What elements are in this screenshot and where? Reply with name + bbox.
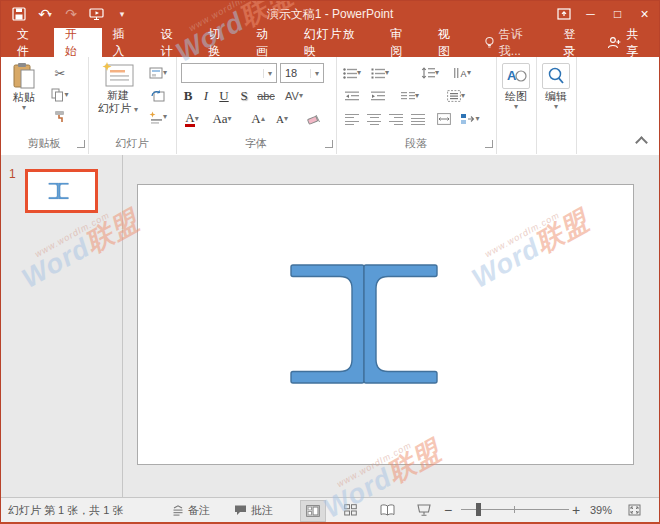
ribbon-display-options-icon [557, 8, 571, 20]
strikethrough-icon: abc [257, 90, 275, 102]
slide-thumbnail-panel[interactable]: 1 [0, 155, 123, 497]
tab-insert[interactable]: 插入 [102, 28, 150, 57]
drawing-icon: A [502, 63, 530, 89]
clear-formatting-button[interactable] [302, 109, 326, 129]
collapse-ribbon-button[interactable] [635, 136, 648, 149]
underline-button[interactable]: U [216, 86, 232, 106]
font-name-combobox[interactable]: ▾ [181, 63, 277, 83]
font-dialog-launcher[interactable] [325, 140, 333, 148]
shrink-font-button[interactable]: A ▾ [272, 109, 292, 129]
tab-design[interactable]: 设计 [149, 28, 197, 57]
align-right-button[interactable] [384, 109, 408, 129]
slide-canvas[interactable] [123, 155, 660, 497]
slide-thumbnail[interactable] [25, 169, 98, 213]
ibeam-left-half[interactable] [291, 265, 364, 383]
tab-animations[interactable]: 动画 [245, 28, 293, 57]
tab-review[interactable]: 审阅 [379, 28, 427, 57]
redo-icon: ↷ [65, 7, 77, 21]
lightbulb-icon [484, 36, 495, 49]
share-person-icon [607, 36, 621, 49]
align-right-icon [389, 114, 403, 125]
normal-view-button[interactable] [300, 500, 326, 522]
clipboard-dialog-launcher[interactable] [77, 140, 85, 148]
ribbon-display-options-button[interactable] [550, 0, 577, 28]
redo-button[interactable]: ↷ [60, 3, 82, 25]
decrease-indent-icon [345, 91, 359, 102]
undo-dropdown-icon: ▾ [48, 10, 52, 19]
columns-icon [401, 91, 415, 102]
zoom-slider-center-tick [514, 506, 515, 513]
tab-file[interactable]: 文件 [6, 28, 54, 57]
tab-slideshow[interactable]: 幻灯片放映 [293, 28, 380, 57]
section-icon [149, 111, 163, 124]
zoom-slider-thumb[interactable] [476, 503, 481, 516]
strikethrough-button[interactable]: abc [254, 86, 278, 106]
columns-dropdown-icon: ▾ [415, 92, 419, 100]
zoom-in-button[interactable]: + [572, 498, 580, 522]
text-direction-icon: A [453, 67, 467, 79]
close-button[interactable]: × [631, 0, 658, 28]
align-text-button[interactable]: ▾ [444, 86, 468, 106]
share-label: 共享 [626, 26, 650, 60]
tab-view[interactable]: 视图 [427, 28, 475, 57]
columns-button[interactable]: ▾ [398, 86, 422, 106]
fit-to-window-button[interactable] [622, 500, 646, 520]
distribute-columns-button[interactable] [432, 109, 456, 129]
bold-button[interactable]: B [180, 86, 196, 106]
section-button[interactable]: ▾ [146, 107, 170, 127]
zoom-out-button[interactable]: − [444, 498, 452, 522]
sign-in-button[interactable]: 登录 [553, 28, 597, 57]
paragraph-dialog-launcher[interactable] [485, 140, 493, 148]
convert-smartart-button[interactable]: ▾ [458, 109, 482, 129]
notes-button[interactable]: 备注 [172, 498, 210, 522]
align-center-button[interactable] [362, 109, 386, 129]
justify-button[interactable] [406, 109, 430, 129]
editing-button[interactable]: 编辑 ▾ [539, 63, 573, 111]
text-direction-button[interactable]: A ▾ [450, 63, 474, 83]
line-spacing-button[interactable]: ▾ [418, 63, 442, 83]
font-group-label: 字体 [176, 136, 336, 151]
font-color-button[interactable]: A ▾ [180, 109, 204, 129]
tab-home[interactable]: 开始 [54, 28, 102, 57]
undo-button[interactable]: ↶ ▾ [34, 3, 56, 25]
new-slide-button[interactable]: 新建 幻灯片 ▾ [96, 62, 140, 114]
customize-qat-button[interactable]: ▾ [112, 3, 134, 25]
slide-sorter-view-button[interactable] [338, 500, 362, 520]
numbering-button[interactable]: ▾ [368, 63, 392, 83]
tab-transitions[interactable]: 切换 [197, 28, 245, 57]
paste-button[interactable]: 粘贴 ▾ [6, 62, 42, 112]
text-shadow-button[interactable]: S [236, 86, 252, 106]
reset-slide-button[interactable] [146, 85, 170, 105]
align-left-button[interactable] [340, 109, 364, 129]
tell-me-box[interactable]: 告诉我... [475, 28, 554, 57]
bullets-button[interactable]: ▾ [340, 63, 364, 83]
change-case-icon: Aa [212, 111, 227, 127]
font-size-combobox[interactable]: 18 ▾ [280, 63, 324, 83]
ibeam-right-half[interactable] [364, 265, 437, 383]
slide[interactable] [137, 184, 634, 465]
maximize-button[interactable]: □ [604, 0, 631, 28]
minimize-button[interactable]: ─ [577, 0, 604, 28]
quick-access-toolbar: ↶ ▾ ↷ ▾ [0, 3, 134, 25]
share-button[interactable]: 共享 [597, 28, 660, 57]
change-case-button[interactable]: Aa ▾ [208, 109, 236, 129]
character-spacing-button[interactable]: AV ▾ [280, 86, 308, 106]
cut-button[interactable]: ✂ [48, 63, 72, 83]
editing-magnifier-icon [542, 63, 570, 89]
format-painter-button[interactable] [48, 107, 72, 127]
slide-layout-button[interactable]: ▾ [146, 63, 170, 83]
grow-font-button[interactable]: A ▾ [248, 109, 268, 129]
ibeam-shape[interactable] [138, 185, 633, 464]
italic-button[interactable]: I [198, 86, 214, 106]
drawing-button[interactable]: A 绘图 ▾ [499, 63, 533, 111]
reading-view-button[interactable] [375, 500, 399, 520]
save-button[interactable] [8, 3, 30, 25]
slideshow-view-button[interactable] [412, 500, 436, 520]
decrease-indent-button[interactable] [340, 86, 364, 106]
zoom-level[interactable]: 39% [590, 498, 612, 522]
comments-button[interactable]: 批注 [234, 498, 273, 522]
notes-icon [172, 505, 184, 516]
increase-indent-button[interactable] [366, 86, 390, 106]
copy-button[interactable]: ▾ [48, 85, 72, 105]
start-slideshow-button[interactable] [86, 3, 108, 25]
